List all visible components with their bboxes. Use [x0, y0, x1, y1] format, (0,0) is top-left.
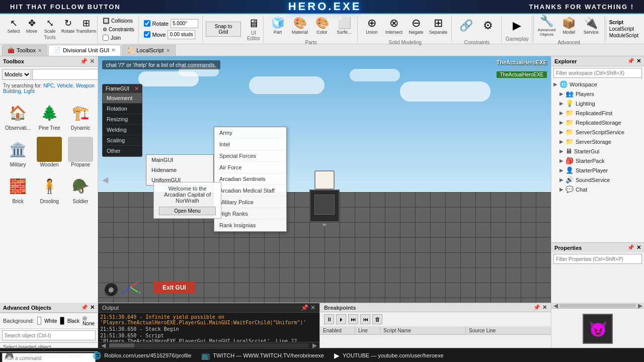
transform-tool[interactable]: ⊞Transform — [78, 18, 94, 34]
snap-to-grid-button[interactable]: Snap to Grid — [206, 22, 241, 37]
frame-gui-item-welding[interactable]: Welding — [103, 125, 142, 135]
toolbox-link-light[interactable]: Light — [24, 88, 35, 94]
adv-search-input[interactable] — [2, 330, 96, 340]
explorer-close[interactable]: ✕ — [636, 58, 641, 64]
explorer-replicated-first[interactable]: ▶ 📁 ReplicatedFirst — [551, 108, 644, 118]
scroll-right-btn[interactable]: ▶ — [636, 302, 644, 309]
solid-union-btn[interactable]: ⊕Union — [362, 13, 382, 39]
output-hscrollbar[interactable]: ◀ ▶ — [98, 342, 319, 348]
explorer-server-storage[interactable]: ▶ 📁 ServerStorage — [551, 137, 644, 146]
toolbox-item-dynamic[interactable]: 🏗️ Dynamic — [66, 98, 95, 133]
explorer-chat[interactable]: ▶ 💬 Chat — [551, 185, 644, 194]
explorer-starter-player[interactable]: ▶ 👤 StarterPlayer — [551, 165, 644, 175]
material-button[interactable]: 🎨Material — [290, 13, 310, 39]
properties-search-input[interactable] — [553, 254, 642, 264]
rotate-input[interactable] — [171, 19, 198, 28]
adv-close[interactable]: ✕ — [90, 304, 95, 311]
toolbox-link-npc[interactable]: NPC — [43, 83, 54, 88]
compass[interactable]: ⊕ — [104, 283, 118, 297]
output-scroll-left[interactable]: ◀ — [98, 342, 108, 349]
frame-gui-item-scaling[interactable]: Scaling — [103, 135, 142, 146]
toolbox-close[interactable]: ✕ — [90, 58, 95, 65]
output-h-scroll-bottom[interactable]: ◀ ▶ — [551, 303, 644, 309]
bg-black-swatch[interactable] — [60, 317, 64, 325]
output-content[interactable]: 21:51:30.649 - Infinite yield possible o… — [98, 313, 319, 342]
constraint1-btn[interactable]: 🔗 — [456, 13, 476, 39]
toolbox-link-weapon[interactable]: Weapon — [76, 83, 95, 88]
move-input[interactable] — [168, 30, 195, 39]
exit-gui-button[interactable]: Exit GUI — [153, 282, 195, 294]
toolbox-item-propane[interactable]: Propane — [66, 135, 95, 169]
tab-ls-close[interactable]: ✕ — [166, 48, 170, 53]
constraint2-btn[interactable]: ⚙ — [478, 13, 498, 39]
frame-gui-close[interactable]: ✕ — [134, 85, 139, 92]
properties-pin[interactable]: 📌 — [627, 244, 634, 251]
explorer-pin[interactable]: 📌 — [627, 58, 634, 64]
toolbox-item-brick[interactable]: 🧱 Brick — [3, 171, 33, 206]
submenu-hidename[interactable]: Hidename — [146, 165, 213, 175]
part-button[interactable]: 🧊Part — [268, 13, 288, 39]
output-close[interactable]: ✕ — [310, 304, 315, 311]
frame-gui-item-rotation[interactable]: Rotation — [103, 104, 142, 114]
adv-pin[interactable]: 📌 — [81, 304, 88, 311]
submenu-main-gui[interactable]: MainGUI — [146, 155, 213, 165]
toolbox-search-input[interactable] — [32, 69, 98, 80]
breakpoints-pin[interactable]: 📌 — [533, 304, 540, 311]
bp-btn-2[interactable]: ⏵ — [336, 314, 346, 324]
surface-button[interactable]: ⬜Surfe... — [334, 13, 354, 39]
solid-intersect-btn[interactable]: ⊗Intersect — [384, 13, 404, 39]
explorer-search-input[interactable] — [553, 68, 642, 78]
viewport-left-arrow[interactable]: ◀ — [102, 175, 108, 185]
open-menu-button[interactable]: Open Menu — [159, 207, 216, 215]
bg-white-swatch[interactable] — [37, 317, 41, 325]
frame-gui-item-other[interactable]: Other — [103, 146, 142, 156]
submenu-air-force[interactable]: Air Force — [214, 162, 286, 173]
explorer-sound-service[interactable]: ▶ 🔊 SoundService — [551, 175, 644, 185]
submenu-army[interactable]: Army — [214, 127, 286, 139]
output-scroll-right[interactable]: ▶ — [309, 342, 319, 349]
ui-editor-icon[interactable]: 🖥 — [248, 17, 259, 30]
explorer-players[interactable]: ▶ 👥 Players — [551, 89, 644, 99]
model-btn[interactable]: 📦Model — [559, 13, 579, 39]
select-tool[interactable]: ↖Select — [6, 18, 22, 34]
rotate-tool[interactable]: ↻Rotate — [60, 18, 76, 34]
move-checkbox[interactable] — [144, 31, 150, 38]
explorer-lighting[interactable]: ▶ 💡 Lighting — [551, 99, 644, 108]
toolbox-link-vehicle[interactable]: Vehicle — [57, 83, 73, 88]
tab-divisional-gui[interactable]: 📄 Divisional Unit GUI ✕ — [48, 45, 121, 56]
breakpoints-close[interactable]: ✕ — [542, 304, 547, 311]
submenu-rank-insignias[interactable]: Rank Insignias — [214, 220, 286, 231]
toolbox-link-building[interactable]: Building — [3, 88, 21, 94]
bp-btn-5[interactable]: 🗑 — [372, 314, 382, 324]
submenu-high-ranks[interactable]: High Ranks — [214, 208, 286, 220]
tab-div-close[interactable]: ✕ — [111, 47, 115, 53]
scale-tool[interactable]: ⤡Scale — [42, 18, 58, 34]
solid-separate-btn[interactable]: ⊞Separate — [428, 13, 448, 39]
solid-negate-btn[interactable]: ⊖Negate — [406, 13, 426, 39]
toolbox-item-observati[interactable]: 🏠 Observati... — [3, 98, 33, 133]
toolbox-pin[interactable]: 📌 — [80, 58, 88, 65]
viewport-user-btn[interactable]: TheActualHeroEXE — [497, 71, 547, 78]
toolbox-item-military[interactable]: 🏛️ Military — [3, 135, 33, 169]
explorer-workspace[interactable]: ▶ 🌐 Workspace — [551, 79, 644, 89]
toolbox-item-soldier[interactable]: 🪖 Soldier — [66, 171, 95, 206]
bg-none-radio[interactable]: ◎ None — [83, 315, 95, 326]
toolbox-item-pinetree[interactable]: 🌲 Pine Tree — [35, 98, 64, 133]
explorer-starter-pack[interactable]: ▶ 🎒 StarterPack — [551, 156, 644, 165]
submenu-military-police[interactable]: Military Police — [214, 197, 286, 208]
advanced-objects-btn[interactable]: 🔧 Advanced Objects — [537, 13, 557, 39]
gameplay-btn[interactable]: ▶ — [507, 17, 527, 35]
viewport[interactable]: chat '/?' or '/help' for a list of chat … — [98, 56, 551, 303]
toolbox-item-wooden[interactable]: Wooden — [35, 135, 64, 169]
service-btn[interactable]: 🔌Service — [581, 13, 601, 39]
toolbox-category-dropdown[interactable]: ModelsDecalsAudio — [2, 69, 31, 80]
properties-close[interactable]: ✕ — [636, 244, 641, 251]
explorer-replicated-storage[interactable]: ▶ 📁 ReplicatedStorage — [551, 118, 644, 127]
submenu-intel[interactable]: Intel — [214, 139, 286, 150]
move-tool[interactable]: ✥Move — [24, 18, 40, 34]
toolbox-item-drooling[interactable]: 🧍 Drooling — [35, 171, 64, 206]
color-button[interactable]: 🎨Color — [312, 13, 332, 39]
explorer-server-script-service[interactable]: ▶ 📁 ServerScriptService — [551, 127, 644, 137]
frame-gui-item-resizing[interactable]: Resizing — [103, 114, 142, 125]
scroll-left-btn[interactable]: ◀ — [551, 302, 559, 309]
